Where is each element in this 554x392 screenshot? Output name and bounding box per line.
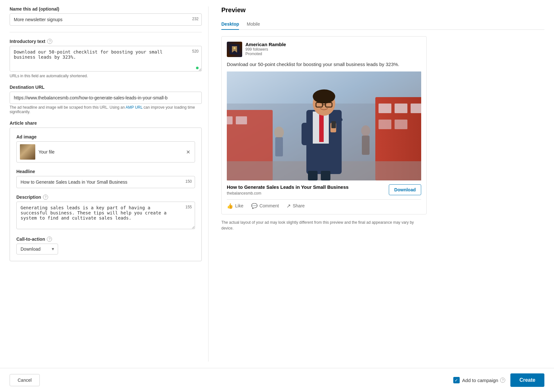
destination-hint: The ad headline and image will be scrape… <box>10 105 202 114</box>
bottom-right: ✓ Add to campaign ? Create <box>453 373 544 387</box>
advertiser-name: American Ramble <box>245 42 286 47</box>
remove-image-icon[interactable]: ✕ <box>185 148 192 156</box>
intro-hint: URLs in this field are automatically sho… <box>10 74 202 78</box>
ad-image-row: Your file ✕ <box>16 141 195 163</box>
cta-select[interactable]: Download Learn More Sign Up Subscribe Re… <box>16 244 58 254</box>
headline-input-wrapper: 150 document.querySelector('[data-name="… <box>16 176 195 188</box>
tab-desktop[interactable]: Desktop <box>221 19 239 30</box>
description-char-count: 155 <box>185 205 192 209</box>
name-field-group: Name this ad (optional) 232 <box>10 6 202 26</box>
svg-rect-31 <box>362 136 370 155</box>
intro-help-icon[interactable]: ? <box>47 39 52 44</box>
ad-image-group: Ad image Your file ✕ <box>16 134 195 163</box>
name-char-count: 232 <box>192 17 199 21</box>
share-action[interactable]: ↗ Share <box>286 203 304 209</box>
destination-field-group: Destination URL The ad headline and imag… <box>10 85 202 114</box>
advertiser-avatar <box>227 42 242 57</box>
add-to-campaign-checkbox-wrapper[interactable]: ✓ Add to campaign ? <box>453 377 506 383</box>
description-help-icon[interactable]: ? <box>43 195 48 200</box>
advertiser-promoted: Promoted <box>245 52 286 56</box>
divider-1 <box>10 32 202 32</box>
headline-group: Headline 150 document.querySelector('[da… <box>16 169 195 188</box>
ad-image-filename: Your file <box>38 149 182 154</box>
ad-article-headline: How to Generate Sales Leads in Your Smal… <box>227 184 384 190</box>
advertiser-followers: 999 followers <box>245 47 286 52</box>
destination-field-label: Destination URL <box>10 85 202 90</box>
description-textarea[interactable] <box>16 202 195 229</box>
cta-group: Call-to-action ? Download Learn More Sig… <box>16 237 195 254</box>
svg-point-28 <box>274 127 284 138</box>
svg-rect-12 <box>236 116 247 124</box>
svg-rect-29 <box>275 137 283 156</box>
cta-select-wrapper: Download Learn More Sign Up Subscribe Re… <box>16 244 58 254</box>
avatar-inner <box>227 42 242 57</box>
destination-input-wrapper <box>10 92 202 104</box>
ad-main-image <box>227 71 421 180</box>
cta-label: Call-to-action ? <box>16 237 195 242</box>
svg-rect-5 <box>379 104 391 113</box>
svg-rect-8 <box>379 120 391 129</box>
headline-input[interactable] <box>16 176 195 188</box>
article-share-group: Article share Ad image Your file ✕ Hea <box>10 121 202 261</box>
add-campaign-help-icon[interactable]: ? <box>500 378 505 383</box>
svg-point-1 <box>234 47 235 49</box>
description-label: Description ? <box>16 195 195 200</box>
article-share-label: Article share <box>10 121 202 126</box>
svg-rect-6 <box>395 104 407 113</box>
advertiser-info: American Ramble 999 followers Promoted <box>245 42 286 56</box>
intro-input-wrapper: 520 document.querySelector('[data-name="… <box>10 46 202 72</box>
description-input-wrapper: 155 document.querySelector('[data-name="… <box>16 202 195 230</box>
ad-image-label: Ad image <box>16 134 195 139</box>
headline-label: Headline <box>16 169 195 174</box>
right-panel: Preview Desktop Mobile <box>218 6 544 362</box>
destination-input[interactable] <box>10 92 202 104</box>
cta-help-icon[interactable]: ? <box>47 237 52 242</box>
svg-rect-7 <box>411 104 421 113</box>
create-button[interactable]: Create <box>510 373 544 387</box>
preview-tabs: Desktop Mobile <box>221 19 544 30</box>
preview-download-button[interactable]: Download <box>389 184 421 195</box>
share-icon: ↗ <box>286 203 291 209</box>
ad-intro-text: Download our 50-point checklist for boos… <box>227 61 421 68</box>
intro-field-group: Introductory text ? 520 document.querySe… <box>10 39 202 78</box>
preview-title: Preview <box>221 6 544 14</box>
svg-point-30 <box>361 125 370 136</box>
intro-field-label: Introductory text ? <box>10 39 202 44</box>
intro-char-count: 520 <box>192 49 199 54</box>
name-input[interactable] <box>10 13 202 26</box>
ad-preview-card: American Ramble 999 followers Promoted D… <box>221 36 427 214</box>
headline-char-count: 150 <box>185 179 192 184</box>
comment-label: Comment <box>260 203 279 208</box>
name-input-wrapper: 232 <box>10 13 202 26</box>
svg-rect-27 <box>321 171 330 180</box>
intro-textarea[interactable] <box>10 46 202 71</box>
tab-mobile[interactable]: Mobile <box>247 19 260 30</box>
ad-image-thumb <box>20 144 35 160</box>
svg-rect-26 <box>308 171 318 180</box>
article-share-box: Ad image Your file ✕ Headline 150 <box>10 128 202 261</box>
intro-green-dot <box>196 67 199 69</box>
ad-image-thumb-inner <box>20 144 35 160</box>
stories-icon <box>229 44 240 54</box>
svg-rect-11 <box>227 116 233 124</box>
comment-action[interactable]: 💬 Comment <box>251 203 279 209</box>
cancel-button[interactable]: Cancel <box>10 374 40 386</box>
like-action[interactable]: 👍 Like <box>227 203 243 209</box>
like-label: Like <box>235 203 243 208</box>
advertiser-row: American Ramble 999 followers Promoted <box>227 42 421 57</box>
svg-rect-16 <box>319 113 324 142</box>
add-campaign-label: Add to campaign ? <box>462 378 506 383</box>
ad-actions-row: 👍 Like 💬 Comment ↗ Share <box>227 200 421 209</box>
svg-point-18 <box>313 89 335 104</box>
ad-article-domain: thebalancesmb.com <box>227 191 384 196</box>
comment-icon: 💬 <box>251 203 258 209</box>
amp-url-link[interactable]: AMP URL <box>126 105 143 110</box>
left-panel: Name this ad (optional) 232 Introductory… <box>10 6 209 362</box>
ad-image-svg <box>227 71 421 180</box>
ad-article-row: How to Generate Sales Leads in Your Smal… <box>227 180 421 200</box>
preview-disclaimer: The actual layout of your ad may look sl… <box>221 220 427 231</box>
checkbox-checked-icon: ✓ <box>453 377 460 383</box>
svg-rect-23 <box>331 121 336 128</box>
svg-rect-9 <box>395 120 407 129</box>
svg-rect-25 <box>302 123 309 145</box>
